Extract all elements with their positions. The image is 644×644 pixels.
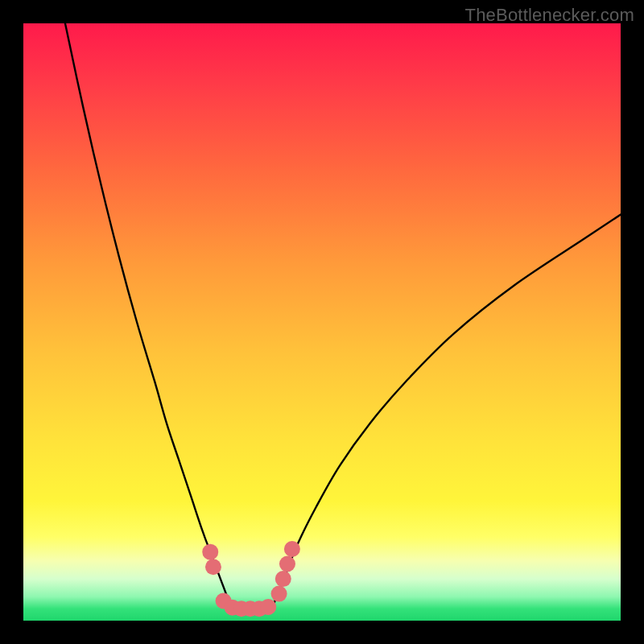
- marker-point: [275, 571, 291, 587]
- marker-point: [284, 541, 300, 557]
- marker-point: [279, 556, 295, 572]
- chart-svg: [23, 23, 621, 621]
- marker-point: [271, 586, 287, 602]
- plot-area: [23, 23, 621, 621]
- curve-right-curve: [275, 214, 621, 602]
- marker-point: [205, 559, 221, 575]
- curve-left-curve: [65, 23, 229, 603]
- chart-frame: TheBottlenecker.com: [0, 0, 644, 644]
- marker-point: [202, 544, 218, 560]
- marker-point: [260, 599, 276, 615]
